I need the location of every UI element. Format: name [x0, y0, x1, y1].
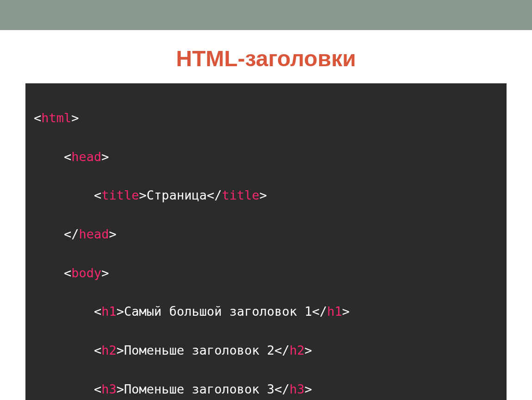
- code-line: </head>: [34, 225, 498, 244]
- page-title: HTML-заголовки: [0, 46, 532, 71]
- tag-title-open: title: [101, 188, 139, 202]
- h3-text: Поменьше заголовок 3: [124, 382, 274, 396]
- tag-title-close: title: [222, 188, 259, 202]
- title-text: Страница: [147, 188, 207, 202]
- tag-h2-open: h2: [101, 343, 117, 357]
- code-line: <h2>Поменьше заголовок 2</h2>: [34, 341, 498, 360]
- code-line: <h3>Поменьше заголовок 3</h3>: [34, 380, 498, 399]
- tag-h2-close: h2: [290, 343, 305, 357]
- tag-body-open: body: [71, 266, 101, 280]
- tag-h1-close: h1: [327, 304, 342, 319]
- code-line: <head>: [34, 147, 498, 167]
- code-line: <title>Страница</title>: [34, 186, 498, 205]
- tag-h1-open: h1: [101, 304, 117, 319]
- code-line: <html>: [34, 108, 498, 128]
- code-line: <h1>Самый большой заголовок 1</h1>: [34, 302, 498, 321]
- tag-h3-open: h3: [101, 382, 117, 396]
- tag-head-close: head: [79, 227, 109, 241]
- code-line: <body>: [34, 263, 498, 283]
- code-editor[interactable]: <html> <head> <title>Страница</title> </…: [25, 83, 507, 400]
- top-bar: [0, 0, 532, 30]
- tag-h3-close: h3: [290, 382, 305, 396]
- h2-text: Поменьше заголовок 2: [124, 343, 274, 357]
- h1-text: Самый большой заголовок 1: [124, 304, 312, 319]
- tag-head-open: head: [71, 150, 101, 164]
- tag-html-open: html: [41, 111, 71, 125]
